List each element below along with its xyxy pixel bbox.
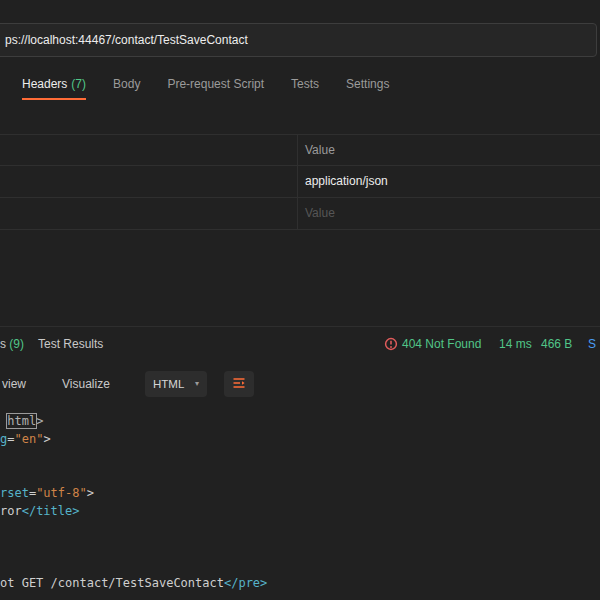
header-value-cell[interactable]: application/json (305, 166, 388, 196)
beautify-button[interactable] (224, 371, 254, 397)
url-input[interactable] (0, 23, 597, 57)
tab-pre-request-script-label: Pre-request Script (167, 77, 264, 91)
status-badge: 404 Not Found (402, 331, 481, 357)
column-divider (297, 134, 298, 230)
tab-settings[interactable]: Settings (346, 70, 389, 100)
tab-headers-count: (7) (71, 77, 86, 91)
tab-pre-request-script[interactable]: Pre-request Script (167, 70, 264, 100)
response-tab-headers-partial[interactable]: s (9) (0, 331, 24, 357)
code-line: ot GET /contact/TestSaveContact</pre> (0, 574, 600, 592)
code-line: rset="utf-8"> (0, 484, 600, 502)
code-line: ror</title> (0, 502, 600, 520)
error-circle-icon (384, 337, 398, 351)
tab-tests[interactable]: Tests (291, 70, 319, 100)
code-line (0, 466, 600, 484)
code-line (0, 556, 600, 574)
tab-body-label: Body (113, 77, 140, 91)
tab-tests-label: Tests (291, 77, 319, 91)
code-line (0, 520, 600, 538)
request-tabs: Headers (7) Body Pre-request Script Test… (22, 70, 389, 100)
headers-table-header-row: Value (0, 134, 600, 166)
tab-headers-label: Headers (22, 77, 67, 91)
response-meta-bar: s (9) Test Results 404 Not Found 14 ms 4… (0, 331, 600, 357)
tab-visualize[interactable]: Visualize (62, 368, 110, 400)
language-dropdown-value: HTML (153, 378, 184, 390)
response-headers-count: (9) (9, 337, 24, 351)
response-body-toolbar: view Visualize HTML ▾ (0, 368, 600, 400)
table-row: application/json (0, 166, 600, 198)
code-line (0, 538, 600, 556)
api-client-window: Headers (7) Body Pre-request Script Test… (0, 0, 600, 600)
response-time: 14 ms (499, 331, 532, 357)
language-dropdown[interactable]: HTML ▾ (145, 371, 207, 397)
beautify-icon (232, 376, 246, 393)
response-section-divider (0, 326, 600, 327)
table-row: Value (0, 198, 600, 230)
tab-body[interactable]: Body (113, 70, 140, 100)
response-tab-test-results[interactable]: Test Results (38, 331, 103, 357)
tab-headers[interactable]: Headers (7) (22, 70, 86, 100)
response-size: 466 B (541, 331, 572, 357)
save-response-button[interactable]: S (588, 331, 596, 357)
code-line (0, 448, 600, 466)
header-value-cell-placeholder[interactable]: Value (305, 198, 335, 228)
headers-table: Value application/json Value (0, 134, 600, 230)
code-line: html> (0, 412, 600, 430)
code-line: g="en"> (0, 430, 600, 448)
value-column-header: Value (305, 135, 335, 165)
response-code[interactable]: html>g="en">rset="utf-8">ror</title>ot G… (0, 404, 600, 592)
tab-preview-partial[interactable]: view (2, 368, 26, 400)
tab-settings-label: Settings (346, 77, 389, 91)
chevron-down-icon: ▾ (195, 380, 199, 388)
